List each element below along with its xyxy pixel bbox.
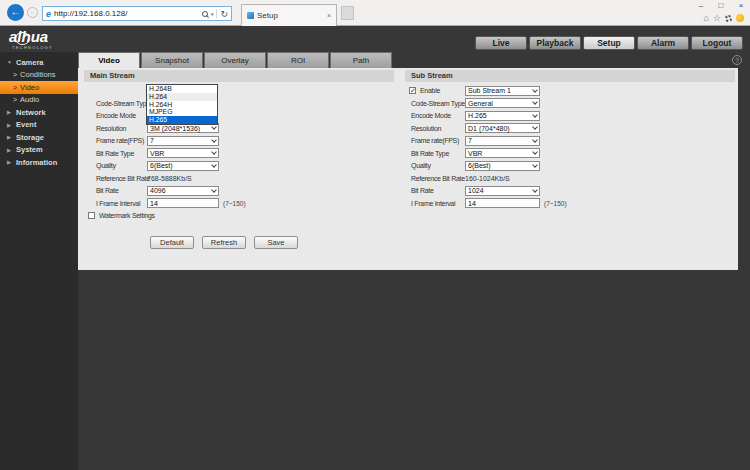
sidebar-item-label: Event — [16, 120, 36, 129]
field-label: Bit Rate Type — [96, 150, 147, 157]
sidebar-item-audio[interactable]: > Audio — [0, 94, 78, 107]
field-label: Code-Stream Type — [411, 100, 465, 107]
tab-overlay[interactable]: Overlay — [204, 52, 266, 68]
i-frame-interval-input[interactable] — [147, 198, 219, 208]
quality-select[interactable]: 6(Best) — [147, 161, 219, 171]
close-button[interactable]: × — [737, 1, 745, 10]
close-tab-icon[interactable]: × — [327, 12, 331, 19]
address-bar[interactable]: e http://192.168.0.128/ ▾ ↻ — [42, 6, 232, 21]
sidebar-item-system[interactable]: ▶ System — [0, 144, 78, 157]
url-text[interactable]: http://192.168.0.128/ — [54, 9, 202, 18]
select-value: Sub Stream 1 — [468, 87, 511, 94]
divider — [216, 9, 217, 18]
top-nav: Live Playback Setup Alarm Logout — [473, 36, 743, 50]
field-label: Resolution — [96, 125, 147, 132]
chevron-collapsed-icon: ▶ — [7, 159, 13, 165]
tab-snapshot[interactable]: Snapshot — [141, 52, 203, 68]
help-icon[interactable]: ? — [732, 55, 742, 65]
chevron-collapsed-icon: ▶ — [7, 134, 13, 140]
nav-alarm-button[interactable]: Alarm — [637, 36, 689, 50]
frame-rate-row: Frame rate(FPS) 7 — [84, 135, 394, 148]
sidebar-item-camera[interactable]: ▼ Camera — [0, 56, 78, 69]
select-value: 6(Best) — [150, 162, 173, 169]
chevron-down-icon — [532, 124, 538, 130]
sidebar-item-label: Network — [16, 108, 46, 117]
home-icon[interactable]: ⌂ — [703, 13, 708, 23]
save-button[interactable]: Save — [254, 236, 298, 249]
sidebar-item-label: System — [16, 145, 43, 154]
sidebar-item-information[interactable]: ▶ Information — [0, 156, 78, 169]
enable-checkbox[interactable]: ✓ — [409, 87, 416, 94]
quality-select[interactable]: 6(Best) — [465, 161, 540, 171]
tab-roi[interactable]: ROI — [267, 52, 329, 68]
field-label: Encode Mode — [96, 112, 147, 119]
page-body: ▼ Camera > Conditions > Video > Audio ▶ — [0, 52, 750, 470]
bit-rate-type-select[interactable]: VBR — [147, 148, 219, 158]
nav-live-button[interactable]: Live — [475, 36, 527, 50]
bit-rate-type-select[interactable]: VBR — [465, 148, 540, 158]
i-frame-interval-input[interactable] — [465, 198, 540, 208]
chevron-down-icon — [532, 99, 538, 105]
nav-setup-button[interactable]: Setup — [583, 36, 635, 50]
field-label: Encode Mode — [411, 112, 465, 119]
chevron-collapsed-icon: ▶ — [7, 122, 13, 128]
bit-rate-select[interactable]: 1024 — [465, 186, 540, 196]
listbox-option[interactable]: H.264 — [147, 93, 217, 101]
field-label: Code-Stream Type — [96, 100, 147, 107]
chevron-down-icon[interactable]: ▾ — [211, 11, 214, 17]
field-label: Bit Rate Type — [411, 150, 465, 157]
field-label: Quality — [411, 162, 465, 169]
i-frame-interval-row: I Frame Interval (7~150) — [84, 197, 394, 210]
sidebar-item-storage[interactable]: ▶ Storage — [0, 131, 78, 144]
resolution-select[interactable]: D1 (704*480) — [465, 123, 540, 133]
tab-path[interactable]: Path — [330, 52, 392, 68]
listbox-option[interactable]: H.264H — [147, 101, 217, 109]
frame-rate-select[interactable]: 7 — [147, 136, 219, 146]
field-label: Bit Rate — [411, 187, 465, 194]
listbox-option[interactable]: H.264B — [147, 85, 217, 93]
i-frame-interval-row: I Frame Interval (7~150) — [405, 197, 735, 210]
sidebar-item-network[interactable]: ▶ Network — [0, 106, 78, 119]
nav-playback-button[interactable]: Playback — [529, 36, 581, 50]
chevron-down-icon — [532, 187, 538, 193]
sidebar-item-conditions[interactable]: > Conditions — [0, 69, 78, 82]
browser-chrome: ← → e http://192.168.0.128/ ▾ ↻ Setup × … — [0, 0, 750, 26]
bit-rate-type-row: Bit Rate Type VBR — [405, 147, 735, 160]
maximize-button[interactable]: □ — [717, 1, 725, 10]
listbox-option-selected[interactable]: H.265 — [147, 116, 217, 124]
watermark-checkbox[interactable] — [88, 212, 95, 219]
nav-logout-button[interactable]: Logout — [691, 36, 743, 50]
new-tab-button[interactable] — [341, 6, 354, 20]
tab-favicon-icon — [247, 12, 254, 19]
quality-row: Quality 6(Best) — [405, 160, 735, 173]
frame-rate-select[interactable]: 7 — [465, 136, 540, 146]
minimize-button[interactable]: – — [697, 1, 705, 10]
bit-rate-select[interactable]: 4096 — [147, 186, 219, 196]
select-value: VBR — [150, 150, 164, 157]
select-value: H.265 — [468, 112, 487, 119]
select-value: VBR — [468, 150, 482, 157]
forward-button[interactable]: → — [27, 7, 38, 18]
field-label: I Frame Interval — [411, 200, 465, 207]
refresh-button[interactable]: Refresh — [202, 236, 246, 249]
gear-icon[interactable] — [725, 15, 732, 22]
listbox-option[interactable]: MJPEG — [147, 108, 217, 116]
code-stream-type-listbox[interactable]: H.264B H.264 H.264H MJPEG H.265 — [146, 84, 218, 125]
back-button[interactable]: ← — [7, 4, 24, 21]
favorites-star-icon[interactable]: ☆ — [713, 13, 721, 23]
code-stream-type-select[interactable]: General — [465, 98, 540, 108]
encode-mode-select[interactable]: H.265 — [465, 111, 540, 121]
bit-rate-type-row: Bit Rate Type VBR — [84, 147, 394, 160]
sidebar-item-video[interactable]: > Video — [0, 81, 78, 94]
sub-stream-select[interactable]: Sub Stream 1 — [465, 86, 540, 96]
search-icon[interactable] — [202, 11, 208, 17]
action-buttons: Default Refresh Save — [150, 236, 298, 249]
default-button[interactable]: Default — [150, 236, 194, 249]
sidebar-item-event[interactable]: ▶ Event — [0, 119, 78, 132]
browser-tab-setup[interactable]: Setup × — [241, 4, 337, 26]
refresh-icon[interactable]: ↻ — [220, 9, 228, 19]
field-label: Frame rate(FPS) — [96, 137, 147, 144]
field-label: Watermark Settings — [99, 212, 155, 219]
tab-video[interactable]: Video — [78, 52, 140, 68]
feedback-smiley-icon[interactable] — [736, 14, 744, 22]
